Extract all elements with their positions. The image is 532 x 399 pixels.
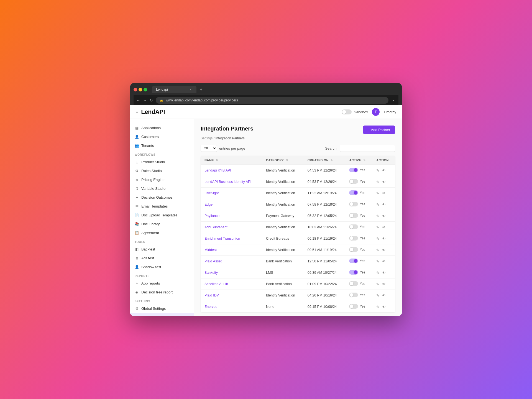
- partner-link-1[interactable]: LendAPI Business Identity API: [204, 180, 251, 184]
- sidebar-item-product-studio[interactable]: ⊞ Product Studio: [130, 157, 194, 166]
- sandbox-toggle[interactable]: Sandbox: [342, 109, 368, 114]
- view-icon-6[interactable]: 👁: [382, 237, 386, 241]
- row-active-0: Yes: [345, 165, 372, 176]
- partner-link-9[interactable]: Bankuity: [204, 271, 218, 275]
- entries-per-page-select[interactable]: 20 50 100: [201, 145, 217, 152]
- sidebar-item-email-templates[interactable]: ✉ Email Templates: [130, 202, 194, 211]
- sidebar-item-decision-outcomes[interactable]: ✦ Decision Outcomes: [130, 193, 194, 202]
- toggle-switch-12[interactable]: [349, 304, 358, 309]
- edit-icon-5[interactable]: ✎: [376, 225, 379, 229]
- sidebar-item-backtest[interactable]: ◧ Backtest: [130, 245, 194, 254]
- toggle-switch-6[interactable]: [349, 236, 358, 241]
- view-icon-1[interactable]: 👁: [382, 180, 386, 184]
- edit-icon-9[interactable]: ✎: [376, 271, 379, 275]
- toggle-switch-8[interactable]: [349, 259, 358, 263]
- toggle-switch-7[interactable]: [349, 247, 358, 252]
- toggle-switch-3[interactable]: [349, 202, 358, 206]
- sidebar-item-customers[interactable]: 👤 Customers: [130, 132, 194, 141]
- toggle-switch-1[interactable]: [349, 179, 358, 184]
- minimize-button[interactable]: [139, 88, 142, 91]
- sidebar-item-integration-partners[interactable]: ◎ Integration Partners: [130, 313, 194, 316]
- partner-link-7[interactable]: Middesk: [204, 248, 218, 252]
- maximize-button[interactable]: [144, 88, 147, 91]
- view-icon-11[interactable]: 👁: [382, 293, 386, 298]
- view-icon-12[interactable]: 👁: [382, 305, 386, 309]
- sidebar-item-variable-studio[interactable]: ⟨⟩ Variable Studio: [130, 184, 194, 193]
- view-icon-2[interactable]: 👁: [382, 191, 386, 195]
- partner-link-8[interactable]: Plaid Asset: [204, 259, 222, 263]
- sidebar-item-tenants[interactable]: 👥 Tenants: [130, 141, 194, 150]
- partner-link-10[interactable]: Accelitas AI Lift: [204, 282, 228, 286]
- sidebar-item-global-settings[interactable]: ⚙ Global Settings: [130, 304, 194, 313]
- view-icon-3[interactable]: 👁: [382, 203, 386, 207]
- col-active[interactable]: ACTIVE ⇅: [345, 156, 372, 165]
- edit-icon-7[interactable]: ✎: [376, 248, 379, 252]
- edit-icon-1[interactable]: ✎: [376, 180, 379, 184]
- toggle-switch-0[interactable]: [349, 168, 358, 172]
- edit-icon-12[interactable]: ✎: [376, 305, 379, 309]
- new-tab-button[interactable]: +: [200, 87, 202, 92]
- view-icon-10[interactable]: 👁: [382, 282, 386, 286]
- partner-link-3[interactable]: Edge: [204, 203, 213, 206]
- partner-link-6[interactable]: Enrichment Transunion: [204, 237, 240, 241]
- section-settings: SETTINGS: [130, 296, 194, 304]
- sidebar-item-doc-upload-templates[interactable]: 📄 Doc Upload Templates: [130, 211, 194, 219]
- edit-icon-10[interactable]: ✎: [376, 282, 379, 286]
- col-name[interactable]: NAME ⇅: [201, 156, 262, 165]
- sidebar-item-shadow-test[interactable]: 👤 Shadow test: [130, 262, 194, 271]
- browser-menu-icon[interactable]: ⋮: [391, 98, 396, 103]
- add-partner-button[interactable]: + Add Partner: [363, 126, 395, 134]
- hamburger-menu[interactable]: ≡: [136, 109, 138, 114]
- url-bar[interactable]: 🔒 www.lendapi.com/lendapi.com/provider/p…: [156, 97, 388, 104]
- edit-icon-3[interactable]: ✎: [376, 203, 379, 207]
- edit-icon-11[interactable]: ✎: [376, 293, 379, 298]
- edit-icon-6[interactable]: ✎: [376, 237, 379, 241]
- edit-icon-8[interactable]: ✎: [376, 259, 379, 264]
- view-icon-8[interactable]: 👁: [382, 259, 386, 264]
- partner-link-5[interactable]: Add Subtenant: [204, 225, 227, 229]
- row-name-10: Accelitas AI Lift: [201, 278, 262, 290]
- edit-icon-2[interactable]: ✎: [376, 191, 379, 195]
- col-category[interactable]: CATEGORY ⇅: [262, 156, 304, 165]
- view-icon-4[interactable]: 👁: [382, 214, 386, 218]
- row-action-7: ✎👁: [372, 244, 395, 256]
- sidebar-item-applications[interactable]: ▦ Applications: [130, 123, 194, 132]
- reload-button[interactable]: ↻: [150, 98, 153, 103]
- partner-link-0[interactable]: Lendapi KYB API: [204, 168, 231, 172]
- view-icon-7[interactable]: 👁: [382, 248, 386, 252]
- partner-link-11[interactable]: Plaid IDV: [204, 293, 219, 297]
- tab-title: Lendapi: [156, 88, 168, 91]
- edit-icon-0[interactable]: ✎: [376, 168, 379, 173]
- sidebar-item-rules-studio[interactable]: ⚙ Rules Studio: [130, 166, 194, 175]
- toggle-switch-11[interactable]: [349, 293, 358, 297]
- sidebar-item-doc-library[interactable]: 📚 Doc Library: [130, 219, 194, 228]
- sidebar-item-pricing-engine[interactable]: ◈ Pricing Engine: [130, 175, 194, 184]
- toggle-switch-10[interactable]: [349, 281, 358, 286]
- toggle-switch-4[interactable]: [349, 213, 358, 218]
- row-name-9: Bankuity: [201, 267, 262, 278]
- close-button[interactable]: [134, 88, 137, 91]
- sidebar-item-app-reports[interactable]: + App reports: [130, 279, 194, 288]
- breadcrumb-parent[interactable]: Settings: [201, 136, 213, 140]
- browser-tab[interactable]: Lendapi ×: [152, 86, 196, 93]
- view-icon-0[interactable]: 👁: [382, 168, 386, 173]
- toggle-switch-5[interactable]: [349, 224, 358, 229]
- view-icon-5[interactable]: 👁: [382, 225, 386, 229]
- sidebar-item-decision-tree-report[interactable]: ◈ Decision tree report: [130, 288, 194, 296]
- col-created-on[interactable]: CREATED ON ⇅: [304, 156, 346, 165]
- sidebar-item-agreement[interactable]: 📋 Agreement: [130, 228, 194, 237]
- view-icon-9[interactable]: 👁: [382, 271, 386, 275]
- back-button[interactable]: ←: [136, 98, 140, 103]
- row-action-6: ✎👁: [372, 233, 395, 244]
- tab-close-icon[interactable]: ×: [189, 88, 193, 91]
- edit-icon-4[interactable]: ✎: [376, 214, 379, 218]
- forward-button[interactable]: →: [143, 98, 147, 103]
- partner-link-4[interactable]: Payliance: [204, 214, 219, 218]
- sandbox-switch[interactable]: [342, 109, 352, 114]
- partner-link-12[interactable]: Enervee: [204, 305, 218, 309]
- partner-link-2[interactable]: LiveSight: [204, 191, 219, 195]
- toggle-switch-9[interactable]: [349, 270, 358, 275]
- toggle-switch-2[interactable]: [349, 190, 358, 195]
- search-input[interactable]: [340, 145, 395, 152]
- sidebar-item-ab-test[interactable]: ⊠ A/B test: [130, 254, 194, 262]
